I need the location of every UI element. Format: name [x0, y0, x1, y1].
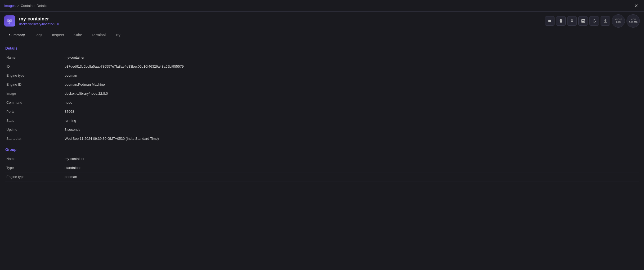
details-table: Namemy-containerIDb37ded913c6bc8a5aab786…	[5, 53, 639, 143]
details-row-3: Engine IDpodman.Podman Machine	[5, 80, 639, 89]
details-row-7: Staterunning	[5, 116, 639, 125]
header-info: my-container docker.io/library/node:22.8…	[19, 16, 541, 26]
group-table: Namemy-containerTypestandaloneEngine typ…	[5, 154, 639, 181]
details-label-3: Engine ID	[5, 80, 64, 89]
top-bar: Images > Container Details ✕	[0, 0, 644, 12]
tab-inspect[interactable]: Inspect	[47, 30, 69, 40]
details-row-6: Ports37068	[5, 107, 639, 116]
tab-terminal[interactable]: Terminal	[87, 30, 110, 40]
details-label-8: Uptime	[5, 125, 64, 134]
header-actions: vCPUs 0.0% MEM 7.05 MB	[545, 14, 640, 28]
details-row-8: Uptime3 seconds	[5, 125, 639, 134]
svg-rect-5	[560, 19, 562, 20]
breadcrumb-images-link[interactable]: Images	[4, 4, 16, 8]
details-row-4: Imagedocker.io/library/node:22.8.0	[5, 89, 639, 98]
group-value-2: podman	[64, 172, 639, 181]
container-image-ref[interactable]: docker.io/library/node:22.8.0	[19, 22, 541, 26]
restart-icon	[592, 19, 596, 23]
delete-button[interactable]	[556, 16, 566, 26]
details-value-0: my-container	[64, 53, 639, 62]
group-label-1: Type	[5, 163, 64, 172]
breadcrumb-current: Container Details	[21, 4, 47, 8]
svg-rect-9	[582, 19, 584, 20]
details-row-5: Commandnode	[5, 98, 639, 107]
restart-button[interactable]	[589, 16, 599, 26]
tab-tty[interactable]: Tty	[110, 30, 125, 40]
breadcrumb-separator: >	[17, 4, 19, 8]
vcpu-label: vCPUs	[615, 18, 622, 21]
svg-rect-4	[548, 20, 551, 22]
details-row-1: IDb37ded913c6bc8a5aab786557e7fa8ae4e33be…	[5, 62, 639, 71]
download-icon	[603, 19, 607, 23]
details-label-9: Started at	[5, 134, 64, 143]
group-row-1: Typestandalone	[5, 163, 639, 172]
save-button[interactable]	[578, 16, 588, 26]
svg-rect-10	[582, 21, 584, 22]
details-row-0: Namemy-container	[5, 53, 639, 62]
group-row-0: Namemy-container	[5, 154, 639, 163]
container-logo	[4, 15, 15, 27]
deploy-button[interactable]	[567, 16, 577, 26]
group-label-0: Name	[5, 154, 64, 163]
svg-rect-0	[7, 20, 9, 21]
group-value-0: my-container	[64, 154, 639, 163]
details-value-1: b37ded913c6bc8a5aab786557e7fa8ae4e33bec0…	[64, 62, 639, 71]
details-label-6: Ports	[5, 107, 64, 116]
close-button[interactable]: ✕	[632, 2, 640, 10]
mem-label: MEM	[631, 18, 636, 21]
svg-rect-1	[10, 20, 12, 21]
deploy-icon	[570, 19, 574, 23]
details-value-5: node	[64, 98, 639, 107]
svg-point-7	[571, 20, 573, 21]
details-value-8: 3 seconds	[64, 125, 639, 134]
details-row-2: Engine typepodman	[5, 71, 639, 80]
container-icon	[6, 18, 13, 24]
container-header: my-container docker.io/library/node:22.8…	[0, 12, 644, 30]
details-label-0: Name	[5, 53, 64, 62]
tab-kube[interactable]: Kube	[69, 30, 87, 40]
svg-rect-2	[8, 21, 10, 22]
details-value-4[interactable]: docker.io/library/node:22.8.0	[64, 89, 639, 98]
details-label-5: Command	[5, 98, 64, 107]
download-button[interactable]	[601, 16, 610, 26]
details-value-6: 37068	[64, 107, 639, 116]
save-icon	[581, 19, 585, 23]
details-value-9: Wed Sep 11 2024 09:39:30 GMT+0530 (India…	[64, 134, 639, 143]
tab-logs[interactable]: Logs	[30, 30, 47, 40]
tabs-bar: Summary Logs Inspect Kube Terminal Tty	[0, 30, 644, 40]
mem-value: 7.05 MB	[629, 21, 638, 24]
details-label-1: ID	[5, 62, 64, 71]
container-name: my-container	[19, 16, 541, 22]
vcpu-metric: vCPUs 0.0%	[612, 14, 625, 28]
details-label-7: State	[5, 116, 64, 125]
main-content: Details Namemy-containerIDb37ded913c6bc8…	[0, 40, 644, 270]
svg-rect-3	[8, 23, 10, 24]
group-label-2: Engine type	[5, 172, 64, 181]
tab-summary[interactable]: Summary	[4, 30, 30, 40]
group-value-1: standalone	[64, 163, 639, 172]
details-label-4: Image	[5, 89, 64, 98]
group-section-title: Group	[5, 147, 639, 152]
mem-metric: MEM 7.05 MB	[627, 14, 640, 28]
details-label-2: Engine type	[5, 71, 64, 80]
stop-button[interactable]	[545, 16, 554, 26]
group-row-2: Engine typepodman	[5, 172, 639, 181]
vcpu-value: 0.0%	[616, 21, 621, 24]
svg-rect-6	[559, 20, 562, 20]
details-section-title: Details	[5, 46, 639, 50]
details-value-3: podman.Podman Machine	[64, 80, 639, 89]
details-row-9: Started atWed Sep 11 2024 09:39:30 GMT+0…	[5, 134, 639, 143]
details-value-7: running	[64, 116, 639, 125]
stop-icon	[548, 19, 552, 23]
delete-icon	[559, 19, 563, 23]
details-value-2: podman	[64, 71, 639, 80]
breadcrumb: Images > Container Details	[4, 4, 47, 8]
